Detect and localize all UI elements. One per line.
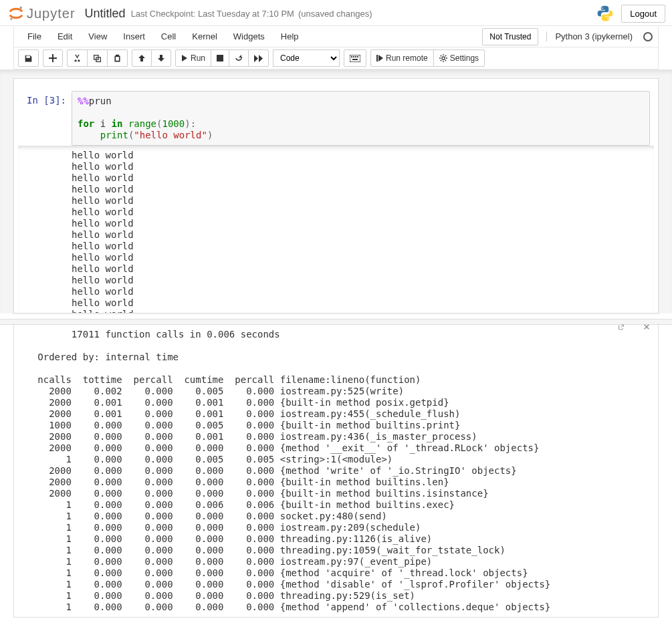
svg-rect-2 (116, 57, 119, 61)
kernel-indicator-icon (643, 32, 653, 41)
checkpoint-text: Last Checkpoint: Last Tuesday at 7:10 PM (131, 9, 294, 19)
cell-input-area[interactable]: %%prun for i in range(1000): print("hell… (72, 91, 650, 146)
cell-type-select[interactable]: Code (273, 49, 340, 67)
plus-icon (49, 54, 57, 62)
paste-icon (113, 54, 122, 63)
pager-detach-button[interactable] (614, 321, 628, 333)
cut-icon (73, 54, 82, 63)
menu-edit[interactable]: Edit (49, 26, 80, 47)
menu-widgets[interactable]: Widgets (225, 26, 273, 47)
close-icon (644, 323, 649, 331)
cell-output-area[interactable]: hello world hello world hello world hell… (18, 146, 654, 313)
jupyter-icon (8, 5, 24, 21)
run-button[interactable]: Run (175, 49, 211, 67)
cell-stdout: hello world hello world hello world hell… (72, 150, 654, 313)
pager-close-button[interactable] (640, 321, 653, 333)
cell-prompt: In [3]: (18, 91, 72, 146)
svg-point-1 (10, 18, 12, 20)
svg-rect-10 (376, 55, 378, 61)
svg-line-19 (445, 55, 446, 56)
arrow-up-icon (138, 54, 146, 62)
trusted-button[interactable]: Not Trusted (482, 28, 538, 45)
menubar-wrap: File Edit View Insert Cell Kernel Widget… (0, 26, 672, 70)
step-forward-icon (376, 55, 383, 61)
jupyter-wordmark: Jupyter (27, 6, 76, 21)
arrow-down-icon (157, 54, 165, 62)
pager: 17011 function calls in 0.006 seconds Or… (0, 319, 672, 618)
menu-insert[interactable]: Insert (115, 26, 153, 47)
stop-icon (217, 55, 223, 61)
copy-button[interactable] (87, 49, 108, 67)
save-button[interactable] (18, 49, 39, 67)
svg-rect-5 (351, 56, 352, 57)
code-cell[interactable]: In [3]: %%prun for i in range(1000): pri… (18, 91, 654, 146)
logout-button[interactable]: Logout (621, 5, 665, 23)
svg-point-11 (442, 57, 445, 59)
menu-view[interactable]: View (80, 26, 115, 47)
menu-kernel[interactable]: Kernel (184, 26, 225, 47)
paste-button[interactable] (107, 49, 128, 67)
restart-run-all-button[interactable] (248, 49, 269, 67)
pager-content[interactable]: 17011 function calls in 0.006 seconds Or… (13, 325, 659, 618)
kernel-name[interactable]: Python 3 (ipykernel) (546, 31, 633, 41)
menu-help[interactable]: Help (273, 26, 307, 47)
add-cell-button[interactable] (43, 49, 63, 67)
notebook-title[interactable]: Untitled (85, 7, 126, 21)
svg-line-17 (445, 60, 446, 61)
svg-rect-7 (355, 56, 356, 57)
settings-label: Settings (450, 53, 479, 63)
unsaved-indicator: (unsaved changes) (298, 9, 372, 19)
svg-point-0 (19, 7, 22, 9)
notebook-background: In [3]: %%prun for i in range(1000): pri… (0, 70, 672, 313)
python-icon (596, 4, 614, 23)
svg-line-18 (441, 60, 441, 61)
run-remote-label: Run remote (386, 53, 428, 63)
header-bar: Jupyter Untitled Last Checkpoint: Last T… (0, 0, 672, 26)
fast-forward-icon (254, 55, 263, 62)
restart-icon (235, 54, 243, 62)
svg-rect-4 (350, 55, 360, 62)
command-palette-button[interactable] (344, 49, 366, 67)
run-button-label: Run (191, 53, 205, 63)
menubar: File Edit View Insert Cell Kernel Widget… (13, 26, 659, 47)
keyboard-icon (350, 55, 360, 62)
svg-rect-3 (217, 55, 223, 61)
interrupt-button[interactable] (211, 49, 229, 67)
run-remote-button[interactable]: Run remote (370, 49, 434, 67)
copy-icon (93, 54, 102, 63)
jupyter-logo[interactable]: Jupyter (8, 5, 76, 21)
move-down-button[interactable] (151, 49, 171, 67)
notebook-container: In [3]: %%prun for i in range(1000): pri… (13, 78, 659, 313)
menu-cell[interactable]: Cell (153, 26, 184, 47)
play-icon (181, 55, 188, 61)
cut-button[interactable] (67, 49, 88, 67)
pager-resize-handle[interactable] (0, 319, 672, 325)
svg-line-16 (441, 55, 441, 56)
save-icon (24, 54, 33, 63)
profiler-output: 17011 function calls in 0.006 seconds Or… (21, 329, 651, 613)
toolbar: Run Code Run remote Settin (13, 47, 659, 70)
gear-icon (439, 54, 447, 62)
move-up-button[interactable] (132, 49, 152, 67)
external-link-icon (619, 323, 624, 332)
svg-rect-8 (357, 56, 358, 57)
restart-button[interactable] (229, 49, 249, 67)
settings-button[interactable]: Settings (433, 49, 485, 67)
svg-rect-6 (353, 56, 354, 57)
svg-rect-9 (352, 59, 358, 60)
menu-file[interactable]: File (19, 26, 49, 47)
